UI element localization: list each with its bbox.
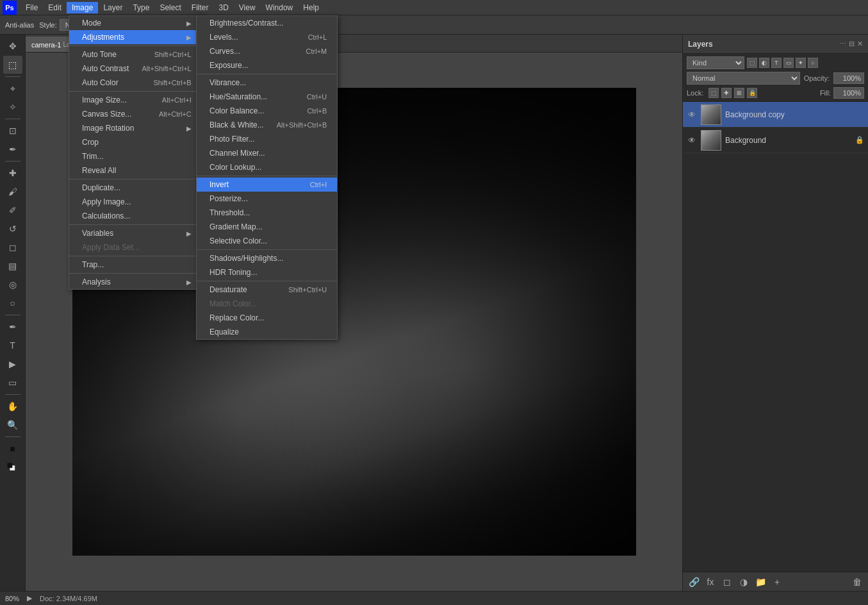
black-white-shortcut: Alt+Shift+Ctrl+B [277,121,327,129]
menu-3d[interactable]: 3D [213,2,233,13]
image-menu-analysis[interactable]: Analysis ▶ [69,275,202,289]
background-color-tool[interactable]: ■ ■ [3,458,22,476]
image-menu-apply-image[interactable]: Apply Image... [69,195,202,209]
layers-collapse-icon[interactable]: ⊟ [849,40,855,48]
image-menu-trap[interactable]: Trap... [69,258,202,272]
menu-window[interactable]: Window [261,2,299,13]
layer-mask-button[interactable]: ◻ [720,575,734,589]
image-menu-trim[interactable]: Trim... [69,149,202,163]
kind-select[interactable]: Kind [687,56,744,69]
kind-adjust-icon[interactable]: ◐ [759,58,769,68]
zoom-tool[interactable]: 🔍 [3,416,22,434]
menu-view[interactable]: View [234,2,261,13]
adj-selective-color[interactable]: Selective Color... [197,234,337,248]
adj-gradient-map[interactable]: Gradient Map... [197,220,337,234]
image-menu-reveal-all[interactable]: Reveal All [69,163,202,178]
menu-file[interactable]: File [20,2,43,13]
layer-item-background[interactable]: 👁 Background 🔒 [683,128,868,153]
menu-edit[interactable]: Edit [43,2,67,13]
lasso-tool[interactable]: ⌖ [3,79,22,97]
eraser-tool[interactable]: ◻ [3,238,22,256]
layer-group-button[interactable]: 📁 [753,575,767,589]
menu-layer[interactable]: Layer [98,2,127,13]
adj-desaturate[interactable]: Desaturate Shift+Ctrl+U [197,283,337,297]
lock-artboard-icon[interactable]: ⊞ [734,88,744,98]
kind-circle-icon[interactable]: ○ [808,58,818,68]
path-select-tool[interactable]: ▶ [3,355,22,373]
lock-pixels-icon[interactable]: ⬚ [708,88,719,98]
adj-equalize[interactable]: Equalize [197,325,337,339]
layer-new-button[interactable]: + [770,575,784,589]
hand-tool[interactable]: ✋ [3,397,22,415]
image-menu-crop[interactable]: Crop [69,135,202,149]
menu-image[interactable]: Image [67,2,98,13]
heal-tool[interactable]: ✚ [3,164,22,182]
image-menu-mode[interactable]: Mode ▶ [69,16,202,30]
image-menu-duplicate[interactable]: Duplicate... [69,181,202,195]
layers-close-icon[interactable]: ✕ [857,40,863,48]
adj-shadows-highlights[interactable]: Shadows/Highlights... [197,251,337,265]
dodge-tool[interactable]: ○ [3,294,22,312]
move-tool[interactable]: ✥ [3,37,22,55]
shape-tool[interactable]: ▭ [3,374,22,392]
adj-exposure[interactable]: Exposure... [197,58,337,72]
marquee-tool[interactable]: ⬚ [3,56,22,74]
adj-curves[interactable]: Curves... Ctrl+M [197,44,337,58]
layer-item-background-copy[interactable]: 👁 Background copy [683,102,868,128]
adj-photo-filter[interactable]: Photo Filter... [197,132,337,146]
image-menu-adjustments[interactable]: Adjustments ▶ [69,30,202,44]
adj-invert[interactable]: Invert Ctrl+I [197,178,337,192]
image-menu-image-size[interactable]: Image Size... Alt+Ctrl+I [69,93,202,107]
menu-type[interactable]: Type [127,2,154,13]
adj-color-lookup[interactable]: Color Lookup... [197,160,337,174]
image-menu-image-rotation[interactable]: Image Rotation ▶ [69,121,202,135]
layer-fx-button[interactable]: fx [703,575,717,589]
layer-eye-background-copy[interactable]: 👁 [687,110,697,120]
opacity-input[interactable] [833,72,864,84]
magic-wand-tool[interactable]: ✧ [3,98,22,116]
layers-search-icon[interactable]: ⋯ [839,40,846,48]
image-menu-auto-color[interactable]: Auto Color Shift+Ctrl+B [69,76,202,90]
adj-color-balance[interactable]: Color Balance... Ctrl+B [197,104,337,118]
brush-tool[interactable]: 🖌 [3,183,22,201]
fill-input[interactable] [833,87,864,99]
image-menu-variables[interactable]: Variables ▶ [69,226,202,240]
layer-eye-background[interactable]: 👁 [687,135,697,145]
kind-smart-icon[interactable]: ✦ [796,58,806,68]
menu-help[interactable]: Help [298,2,324,13]
adj-hue-saturation[interactable]: Hue/Saturation... Ctrl+U [197,90,337,104]
menu-filter[interactable]: Filter [186,2,214,13]
adj-threshold[interactable]: Threshold... [197,206,337,220]
adj-hdr-toning[interactable]: HDR Toning... [197,265,337,279]
adj-black-white[interactable]: Black & White... Alt+Shift+Ctrl+B [197,118,337,132]
layer-adjustment-button[interactable]: ◑ [737,575,751,589]
layer-link-button[interactable]: 🔗 [687,575,701,589]
crop-tool[interactable]: ⊡ [3,122,22,140]
adj-posterize[interactable]: Posterize... [197,192,337,206]
clone-stamp-tool[interactable]: ✐ [3,201,22,219]
image-menu-auto-contrast[interactable]: Auto Contrast Alt+Shift+Ctrl+L [69,62,202,76]
history-brush-tool[interactable]: ↺ [3,220,22,238]
kind-pixel-icon[interactable]: ⬚ [747,58,757,68]
type-tool[interactable]: T [3,336,22,354]
foreground-color-tool[interactable]: ■ [3,440,22,458]
lock-position-icon[interactable]: ✚ [721,88,732,98]
image-menu-calculations[interactable]: Calculations... [69,209,202,223]
kind-type-icon[interactable]: T [771,58,782,68]
adj-brightness-contrast[interactable]: Brightness/Contrast... [197,16,337,30]
layer-delete-button[interactable]: 🗑 [850,575,864,589]
lock-all-icon[interactable]: 🔒 [747,88,757,98]
menu-select[interactable]: Select [154,2,186,13]
blur-tool[interactable]: ◎ [3,276,22,294]
adj-replace-color[interactable]: Replace Color... [197,311,337,325]
eyedropper-tool[interactable]: ✒ [3,140,22,158]
kind-shape-icon[interactable]: ▭ [783,58,794,68]
pen-tool[interactable]: ✒ [3,318,22,336]
image-menu-auto-tone[interactable]: Auto Tone Shift+Ctrl+L [69,47,202,62]
gradient-tool[interactable]: ▤ [3,257,22,275]
adj-channel-mixer[interactable]: Channel Mixer... [197,146,337,160]
image-menu-canvas-size[interactable]: Canvas Size... Alt+Ctrl+C [69,107,202,121]
adj-levels[interactable]: Levels... Ctrl+L [197,30,337,44]
blend-mode-select[interactable]: Normal [687,72,800,85]
adj-vibrance[interactable]: Vibrance... [197,76,337,90]
